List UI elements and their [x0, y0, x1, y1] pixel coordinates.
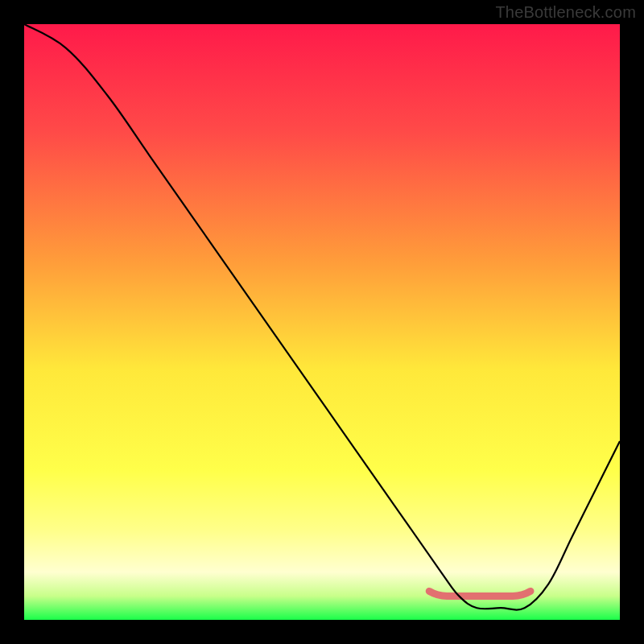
- highlight-segment: [429, 591, 530, 596]
- plot-area: [24, 24, 620, 620]
- chart-container: TheBottleneck.com: [0, 0, 644, 644]
- bottleneck-curve: [24, 24, 620, 610]
- watermark-text: TheBottleneck.com: [495, 3, 636, 22]
- curve-layer: [24, 24, 620, 620]
